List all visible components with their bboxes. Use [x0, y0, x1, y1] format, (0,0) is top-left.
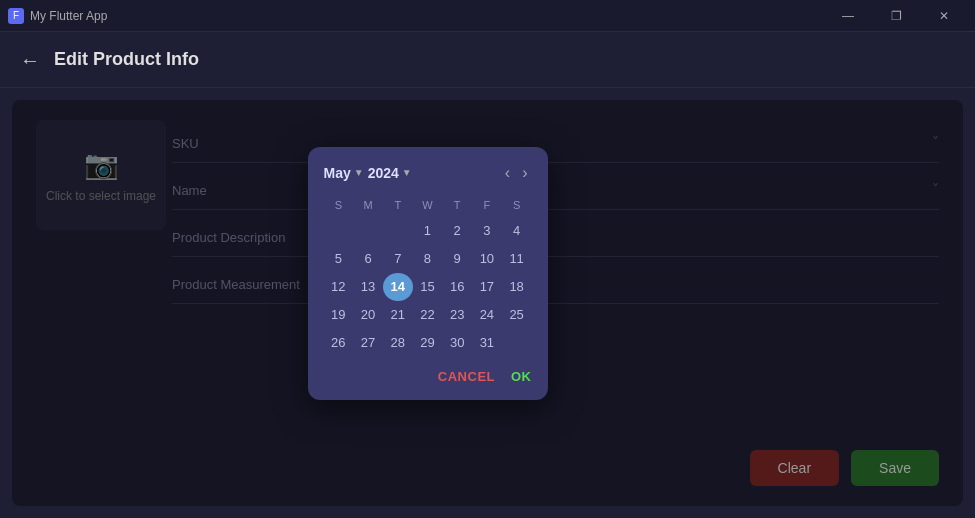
calendar-day-cell[interactable]: 26 — [324, 329, 354, 357]
calendar-day-cell[interactable]: 12 — [324, 273, 354, 301]
calendar-day-cell[interactable]: 9 — [442, 245, 472, 273]
day-header-fri: F — [472, 195, 502, 217]
day-header-tue: T — [383, 195, 413, 217]
calendar-day-cell[interactable]: 29 — [413, 329, 443, 357]
month-arrow-icon: ▼ — [354, 167, 364, 178]
calendar-dialog: May ▼ 2024 ▼ ‹ › — [308, 147, 548, 400]
title-bar-controls: — ❐ ✕ — [825, 0, 967, 32]
calendar-day-cell[interactable]: 18 — [502, 273, 532, 301]
calendar-day-cell[interactable]: 8 — [413, 245, 443, 273]
calendar-day-cell[interactable]: 14 — [383, 273, 413, 301]
calendar-empty-cell — [502, 329, 532, 357]
day-header-sat: S — [502, 195, 532, 217]
calendar-day-cell[interactable]: 30 — [442, 329, 472, 357]
calendar-day-cell[interactable]: 17 — [472, 273, 502, 301]
calendar-day-cell[interactable]: 11 — [502, 245, 532, 273]
calendar-header: May ▼ 2024 ▼ ‹ › — [324, 163, 532, 183]
calendar-day-cell[interactable]: 24 — [472, 301, 502, 329]
day-header-mon: M — [353, 195, 383, 217]
calendar-day-cell[interactable]: 16 — [442, 273, 472, 301]
calendar-day-cell[interactable]: 28 — [383, 329, 413, 357]
calendar-day-headers: S M T W T F S — [324, 195, 532, 217]
page-header: ← Edit Product Info — [0, 32, 975, 88]
calendar-day-cell[interactable]: 15 — [413, 273, 443, 301]
calendar-overlay: May ▼ 2024 ▼ ‹ › — [12, 100, 963, 506]
calendar-week-row: 567891011 — [324, 245, 532, 273]
calendar-day-cell[interactable]: 20 — [353, 301, 383, 329]
calendar-actions: CANCEL OK — [324, 369, 532, 384]
title-bar: F My Flutter App — ❐ ✕ — [0, 0, 975, 32]
calendar-week-row: 1234 — [324, 217, 532, 245]
page: ← Edit Product Info 📷 Click to select im… — [0, 32, 975, 518]
day-header-wed: W — [413, 195, 443, 217]
calendar-day-cell[interactable]: 1 — [413, 217, 443, 245]
calendar-day-cell[interactable]: 21 — [383, 301, 413, 329]
title-bar-left: F My Flutter App — [8, 8, 107, 24]
calendar-empty-cell — [353, 217, 383, 245]
restore-button[interactable]: ❐ — [873, 0, 919, 32]
calendar-ok-button[interactable]: OK — [511, 369, 532, 384]
minimize-button[interactable]: — — [825, 0, 871, 32]
calendar-empty-cell — [383, 217, 413, 245]
calendar-day-cell[interactable]: 6 — [353, 245, 383, 273]
calendar-day-cell[interactable]: 10 — [472, 245, 502, 273]
calendar-day-cell[interactable]: 5 — [324, 245, 354, 273]
close-button[interactable]: ✕ — [921, 0, 967, 32]
day-header-thu: T — [442, 195, 472, 217]
calendar-day-cell[interactable]: 23 — [442, 301, 472, 329]
calendar-day-cell[interactable]: 7 — [383, 245, 413, 273]
year-label: 2024 — [368, 165, 399, 181]
content-area: 📷 Click to select image SKU ˅ Name ˅ Pro… — [12, 100, 963, 506]
calendar-nav: ‹ › — [501, 163, 532, 183]
calendar-week-row: 19202122232425 — [324, 301, 532, 329]
month-dropdown[interactable]: May ▼ — [324, 165, 364, 181]
next-month-button[interactable]: › — [518, 163, 531, 183]
calendar-day-cell[interactable]: 4 — [502, 217, 532, 245]
app-title: My Flutter App — [30, 9, 107, 23]
calendar-day-cell[interactable]: 13 — [353, 273, 383, 301]
calendar-week-row: 12131415161718 — [324, 273, 532, 301]
month-label: May — [324, 165, 351, 181]
calendar-day-cell[interactable]: 2 — [442, 217, 472, 245]
calendar-day-cell[interactable]: 27 — [353, 329, 383, 357]
calendar-month-year: May ▼ 2024 ▼ — [324, 165, 412, 181]
calendar-grid: S M T W T F S 12345678910111213141516171… — [324, 195, 532, 357]
calendar-day-cell[interactable]: 3 — [472, 217, 502, 245]
calendar-week-row: 262728293031 — [324, 329, 532, 357]
calendar-day-cell[interactable]: 31 — [472, 329, 502, 357]
prev-month-button[interactable]: ‹ — [501, 163, 514, 183]
year-arrow-icon: ▼ — [402, 167, 412, 178]
year-dropdown[interactable]: 2024 ▼ — [368, 165, 412, 181]
back-button[interactable]: ← — [20, 50, 40, 70]
calendar-day-cell[interactable]: 25 — [502, 301, 532, 329]
page-title: Edit Product Info — [54, 49, 199, 70]
calendar-day-cell[interactable]: 19 — [324, 301, 354, 329]
calendar-day-cell[interactable]: 22 — [413, 301, 443, 329]
calendar-empty-cell — [324, 217, 354, 245]
calendar-cancel-button[interactable]: CANCEL — [438, 369, 495, 384]
day-header-sun: S — [324, 195, 354, 217]
app-icon: F — [8, 8, 24, 24]
